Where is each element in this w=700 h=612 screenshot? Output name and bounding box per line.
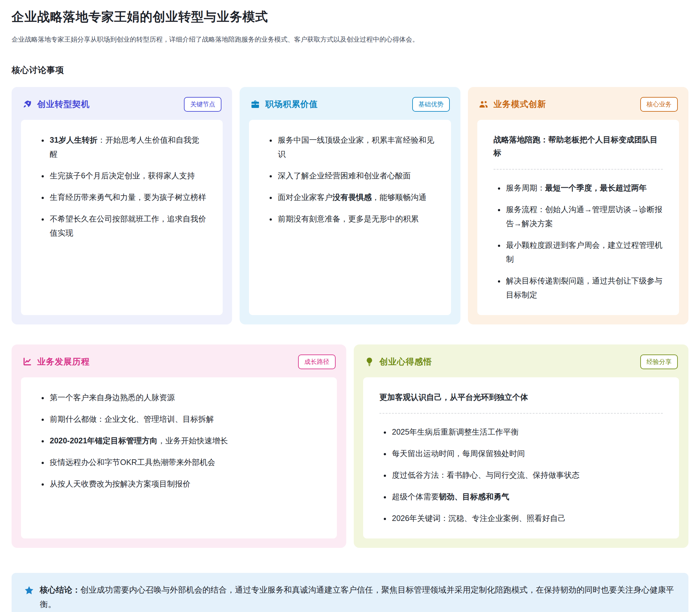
bullet-item: 生完孩子6个月后决定创业，获得家人支持 bbox=[48, 169, 207, 183]
rocket-icon bbox=[22, 99, 32, 109]
page: 企业战略落地专家王娟的创业转型与业务模式 企业战略落地专家王娟分享从职场到创业的… bbox=[0, 0, 700, 612]
card-business-model: 业务模式创新核心业务战略落地陪跑：帮助老板把个人目标变成团队目标服务周期：最短一… bbox=[468, 87, 688, 324]
page-title: 企业战略落地专家王娟的创业转型与业务模式 bbox=[12, 9, 688, 24]
bullet-item: 服务中国一线顶级企业家，积累丰富经验和见识 bbox=[276, 133, 434, 161]
bullet-item: 2020-2021年锚定目标管理方向，业务开始快速增长 bbox=[48, 434, 321, 448]
bullet-item: 第一个客户来自身边熟悉的人脉资源 bbox=[48, 390, 321, 405]
card-body: 第一个客户来自身边熟悉的人脉资源前期什么都做：企业文化、管理培训、目标拆解202… bbox=[21, 377, 337, 539]
users-icon bbox=[478, 99, 489, 109]
card-title: 职场积累价值 bbox=[265, 99, 318, 110]
card-startup-transition: 创业转型契机关键节点31岁人生转折：开始思考人生价值和自我觉醒生完孩子6个月后决… bbox=[12, 87, 232, 324]
bullet-item: 2025年生病后重新调整生活工作平衡 bbox=[390, 425, 663, 439]
card-title: 创业心得感悟 bbox=[379, 356, 432, 367]
bullet-item: 31岁人生转折：开始思考人生价值和自我觉醒 bbox=[48, 133, 207, 161]
bullet-item: 深入了解企业经营困难和创业者心酸面 bbox=[276, 169, 434, 183]
card-badge: 基础优势 bbox=[412, 97, 450, 112]
bullet-item: 超级个体需要韧劲、目标感和勇气 bbox=[390, 490, 663, 504]
card-badge: 核心业务 bbox=[640, 97, 678, 112]
chart-line-icon bbox=[22, 357, 32, 367]
bullet-item: 前期什么都做：企业文化、管理培训、目标拆解 bbox=[48, 412, 321, 426]
briefcase-icon bbox=[250, 99, 260, 109]
bullet-item: 不希望长久在公司按部就班工作，追求自我价值实现 bbox=[48, 212, 207, 240]
card-badge: 经验分享 bbox=[640, 354, 678, 369]
bullet-item: 疫情远程办公和字节OKR工具热潮带来外部机会 bbox=[48, 455, 321, 469]
cards-row-2: 业务发展历程成长路径第一个客户来自身边熟悉的人脉资源前期什么都做：企业文化、管理… bbox=[12, 345, 688, 548]
bullet-item: 从按人天收费改为按解决方案项目制报价 bbox=[48, 477, 321, 491]
card-header: 创业转型契机关键节点 bbox=[22, 97, 222, 112]
dashed-divider bbox=[379, 413, 663, 414]
bullet-list: 31岁人生转折：开始思考人生价值和自我觉醒生完孩子6个月后决定创业，获得家人支持… bbox=[37, 133, 207, 240]
card-title: 业务模式创新 bbox=[493, 99, 546, 110]
section-title: 核心讨论事项 bbox=[12, 65, 688, 76]
conclusion-paragraph: 核心结论：创业成功需要内心召唤与外部机会的结合，通过专业服务和真诚沟通建立客户信… bbox=[40, 583, 676, 611]
bullet-item: 2026年关键词：沉稳、专注企业案例、照看好自己 bbox=[390, 511, 663, 525]
card-highlight: 更加客观认识自己，从平台光环到独立个体 bbox=[379, 390, 663, 404]
card-entrepreneur-insights: 创业心得感悟经验分享更加客观认识自己，从平台光环到独立个体2025年生病后重新调… bbox=[354, 345, 688, 548]
card-title: 创业转型契机 bbox=[37, 99, 90, 110]
card-badge: 成长路径 bbox=[298, 354, 336, 369]
cards-row-1: 创业转型契机关键节点31岁人生转折：开始思考人生价值和自我觉醒生完孩子6个月后决… bbox=[12, 87, 688, 324]
card-badge: 关键节点 bbox=[184, 97, 222, 112]
bullet-list: 服务中国一线顶级企业家，积累丰富经验和见识深入了解企业经营困难和创业者心酸面面对… bbox=[265, 133, 434, 226]
conclusion-bar: 核心结论：创业成功需要内心召唤与外部机会的结合，通过专业服务和真诚沟通建立客户信… bbox=[12, 573, 688, 612]
bullet-item: 面对企业家客户没有畏惧感，能够顺畅沟通 bbox=[276, 190, 434, 204]
card-business-growth: 业务发展历程成长路径第一个客户来自身边熟悉的人脉资源前期什么都做：企业文化、管理… bbox=[12, 345, 346, 548]
card-highlight: 战略落地陪跑：帮助老板把个人目标变成团队目标 bbox=[493, 133, 663, 159]
card-body: 更加客观认识自己，从平台光环到独立个体2025年生病后重新调整生活工作平衡每天留… bbox=[363, 377, 679, 539]
bullet-item: 服务周期：最短一个季度，最长超过两年 bbox=[504, 181, 663, 195]
card-header: 业务模式创新核心业务 bbox=[478, 97, 678, 112]
card-title: 业务发展历程 bbox=[37, 356, 90, 367]
conclusion-text: 创业成功需要内心召唤与外部机会的结合，通过专业服务和真诚沟通建立客户信任，聚焦目… bbox=[40, 585, 674, 609]
bullet-list: 服务周期：最短一个季度，最长超过两年服务流程：创始人沟通→管理层访谈→诊断报告→… bbox=[493, 181, 663, 302]
bullet-list: 2025年生病后重新调整生活工作平衡每天留出运动时间，每周保留独处时间度过低谷方… bbox=[379, 425, 663, 525]
card-header: 创业心得感悟经验分享 bbox=[364, 354, 678, 369]
lightbulb-icon bbox=[364, 357, 374, 367]
card-body: 31岁人生转折：开始思考人生价值和自我觉醒生完孩子6个月后决定创业，获得家人支持… bbox=[21, 120, 223, 315]
bullet-list: 第一个客户来自身边熟悉的人脉资源前期什么都做：企业文化、管理培训、目标拆解202… bbox=[37, 390, 321, 491]
bullet-item: 度过低谷方法：看书静心、与同行交流、保持做事状态 bbox=[390, 468, 663, 482]
conclusion-label: 核心结论： bbox=[40, 585, 80, 595]
bullet-item: 服务流程：创始人沟通→管理层访谈→诊断报告→解决方案 bbox=[504, 203, 663, 231]
bullet-item: 解决目标传递割裂问题，通过共创让下级参与目标制定 bbox=[504, 274, 663, 302]
page-subtitle: 企业战略落地专家王娟分享从职场到创业的转型历程，详细介绍了战略落地陪跑服务的业务… bbox=[12, 34, 688, 45]
bullet-item: 生育经历带来勇气和力量，要为孩子树立榜样 bbox=[48, 190, 207, 204]
card-workplace-value: 职场积累价值基础优势服务中国一线顶级企业家，积累丰富经验和见识深入了解企业经营困… bbox=[240, 87, 460, 324]
bullet-item: 每天留出运动时间，每周保留独处时间 bbox=[390, 446, 663, 461]
star-icon bbox=[24, 585, 34, 595]
card-body: 服务中国一线顶级企业家，积累丰富经验和见识深入了解企业经营困难和创业者心酸面面对… bbox=[249, 120, 451, 315]
card-body: 战略落地陪跑：帮助老板把个人目标变成团队目标服务周期：最短一个季度，最长超过两年… bbox=[477, 120, 679, 315]
dashed-divider bbox=[493, 169, 663, 170]
bullet-item: 最小颗粒度跟进到客户周会，建立过程管理机制 bbox=[504, 238, 663, 266]
bullet-item: 前期没有刻意准备，更多是无形中的积累 bbox=[276, 212, 434, 226]
card-header: 业务发展历程成长路径 bbox=[22, 354, 336, 369]
card-header: 职场积累价值基础优势 bbox=[250, 97, 449, 112]
